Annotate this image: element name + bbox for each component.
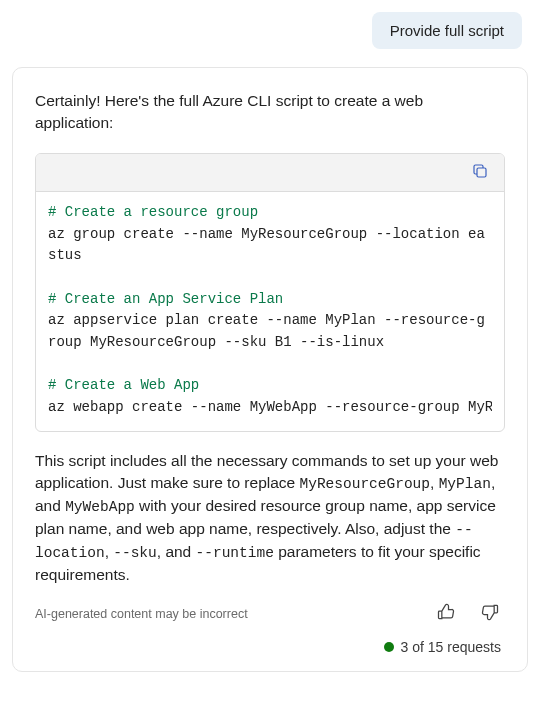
assistant-response-card: Certainly! Here's the full Azure CLI scr… — [12, 67, 528, 672]
ai-disclaimer: AI-generated content may be incorrect — [35, 607, 248, 621]
intro-text: Certainly! Here's the full Azure CLI scr… — [35, 90, 505, 135]
response-footer: AI-generated content may be incorrect — [35, 599, 505, 629]
request-status: 3 of 15 requests — [35, 639, 505, 655]
status-dot-icon — [384, 642, 394, 652]
thumbs-down-button[interactable] — [475, 599, 505, 629]
user-message-bubble: Provide full script — [372, 12, 522, 49]
status-text: 3 of 15 requests — [401, 639, 501, 655]
code-block-header — [36, 154, 504, 192]
code-line: az group create --name MyResourceGroup -… — [48, 224, 492, 267]
thumbs-up-button[interactable] — [431, 599, 461, 629]
inline-code: --sku — [113, 545, 157, 561]
copy-icon — [471, 162, 489, 183]
code-comment: # Create an App Service Plan — [48, 291, 283, 307]
inline-code: --runtime — [196, 545, 274, 561]
code-comment: # Create a Web App — [48, 377, 199, 393]
thumbs-down-icon — [480, 602, 500, 625]
copy-button[interactable] — [466, 158, 494, 186]
code-content: # Create a resource groupaz group create… — [36, 192, 504, 431]
user-message-text: Provide full script — [390, 22, 504, 39]
code-line: az appservice plan create --name MyPlan … — [48, 310, 492, 353]
svg-rect-0 — [477, 168, 486, 177]
inline-code: MyPlan — [439, 476, 491, 492]
outro-text: This script includes all the necessary c… — [35, 450, 505, 587]
inline-code: MyResourceGroup — [300, 476, 431, 492]
code-comment: # Create a resource group — [48, 204, 258, 220]
inline-code: MyWebApp — [65, 499, 135, 515]
code-block: # Create a resource groupaz group create… — [35, 153, 505, 432]
thumbs-up-icon — [436, 602, 456, 625]
feedback-buttons — [431, 599, 505, 629]
code-line: az webapp create --name MyWebApp --resou… — [48, 397, 492, 419]
